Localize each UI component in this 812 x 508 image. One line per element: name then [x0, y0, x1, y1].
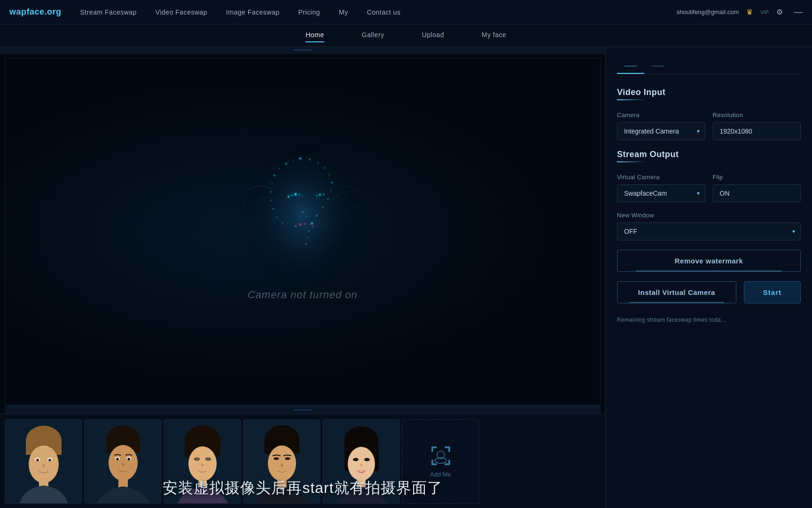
- install-start-row: Install Virtual Camera Start: [617, 281, 801, 303]
- svg-point-13: [322, 207, 323, 208]
- svg-point-78: [206, 458, 211, 460]
- logo: wapface.org: [9, 7, 62, 17]
- sub-nav-upload[interactable]: Upload: [422, 31, 444, 40]
- video-input-title: Video Input: [617, 87, 801, 100]
- svg-point-30: [316, 195, 318, 197]
- bottom-indicator: [293, 409, 312, 411]
- camera-panel: Camera not turned on: [0, 47, 605, 508]
- primary-nav: Stream Faceswap Video Faceswap Image Fac…: [80, 8, 677, 16]
- svg-point-32: [323, 194, 325, 195]
- virtual-camera-field-group: Virtual Camera SwapfaceCam ▾: [617, 174, 705, 202]
- nav-right-section: shoutifeng@gmail.com ♛ VIP ⚙ —: [677, 7, 803, 17]
- svg-point-43: [356, 206, 357, 206]
- nav-video-faceswap[interactable]: Video Faceswap: [156, 8, 207, 16]
- svg-rect-100: [431, 446, 433, 452]
- resolution-label: Resolution: [713, 111, 801, 119]
- svg-point-29: [302, 195, 303, 196]
- flip-field-group: Flip: [713, 174, 801, 202]
- svg-point-39: [309, 224, 310, 225]
- nav-pricing[interactable]: Pricing: [298, 8, 320, 16]
- top-navigation: wapface.org Stream Faceswap Video Facesw…: [0, 0, 812, 24]
- sub-nav-gallery[interactable]: Gallery: [362, 31, 384, 40]
- new-window-label: New Window: [617, 212, 801, 219]
- svg-point-56: [36, 459, 39, 461]
- svg-point-7: [318, 162, 319, 163]
- virtual-camera-select-wrapper: SwapfaceCam ▾: [617, 184, 705, 202]
- camera-view: Camera not turned on: [5, 58, 601, 405]
- plan-label: VIP: [760, 9, 769, 15]
- svg-point-44: [363, 215, 364, 216]
- svg-point-8: [324, 167, 326, 169]
- svg-point-84: [268, 445, 296, 481]
- svg-point-6: [309, 159, 311, 160]
- nav-contact[interactable]: Contact us: [367, 8, 401, 16]
- svg-point-76: [195, 458, 199, 460]
- svg-point-50: [314, 274, 315, 275]
- svg-point-68: [127, 458, 130, 460]
- svg-point-96: [364, 458, 370, 461]
- sub-nav-home[interactable]: Home: [305, 31, 324, 40]
- settings-icon[interactable]: ⚙: [776, 8, 783, 16]
- svg-rect-104: [431, 460, 433, 465]
- virtual-camera-label: Virtual Camera: [617, 174, 705, 181]
- install-virtual-camera-button[interactable]: Install Virtual Camera: [617, 281, 736, 303]
- panel-top-tabs: —— ——: [617, 58, 801, 74]
- camera-label: Camera: [617, 111, 705, 119]
- svg-point-23: [276, 216, 277, 217]
- svg-point-33: [302, 212, 304, 213]
- camera-bottom-bar: [5, 405, 601, 414]
- flip-input[interactable]: [713, 184, 801, 202]
- svg-point-35: [305, 216, 306, 217]
- camera-select[interactable]: Integrated Camera: [617, 122, 705, 140]
- svg-point-49: [290, 269, 291, 270]
- crown-icon: ♛: [746, 8, 753, 16]
- sub-nav-my-face[interactable]: My face: [482, 31, 507, 40]
- top-indicator: [293, 49, 312, 51]
- svg-point-42: [250, 213, 251, 214]
- svg-point-11: [330, 190, 331, 191]
- remove-watermark-button[interactable]: Remove watermark: [617, 250, 801, 272]
- svg-point-2: [279, 168, 280, 169]
- svg-point-86: [285, 457, 290, 460]
- nav-stream-faceswap[interactable]: Stream Faceswap: [80, 8, 137, 16]
- add-face-label: Add Me: [430, 471, 451, 478]
- svg-point-26: [291, 195, 293, 196]
- right-panel: —— —— Video Input Camera Integrated Came…: [605, 47, 812, 508]
- panel-tab-2[interactable]: ——: [644, 58, 671, 74]
- svg-point-17: [307, 237, 308, 238]
- nav-my[interactable]: My: [339, 8, 348, 16]
- svg-point-46: [347, 187, 348, 188]
- svg-point-64: [109, 445, 138, 481]
- svg-point-16: [308, 230, 310, 232]
- start-button[interactable]: Start: [744, 281, 801, 303]
- svg-rect-106: [448, 460, 450, 465]
- svg-point-58: [48, 459, 51, 461]
- subtitle-overlay: 安装虚拟摄像头后再start就有拍摄界面了: [0, 478, 605, 499]
- virtual-camera-select[interactable]: SwapfaceCam: [617, 184, 705, 202]
- svg-point-24: [282, 223, 283, 224]
- minimize-button[interactable]: —: [794, 7, 803, 17]
- svg-point-0: [242, 147, 364, 298]
- camera-resolution-row: Camera Integrated Camera ▾ Resolution: [617, 111, 801, 140]
- svg-point-27: [295, 193, 297, 196]
- camera-field-group: Camera Integrated Camera ▾: [617, 111, 705, 140]
- svg-point-3: [286, 163, 287, 165]
- stream-output-section: Stream Output: [617, 150, 801, 164]
- virtual-camera-flip-row: Virtual Camera SwapfaceCam ▾ Flip: [617, 174, 801, 202]
- camera-scan-icon: [429, 444, 452, 467]
- stream-output-title: Stream Output: [617, 150, 801, 162]
- svg-point-4: [293, 160, 294, 161]
- flip-label: Flip: [713, 174, 801, 181]
- svg-point-20: [270, 191, 272, 193]
- panel-tab-1[interactable]: ——: [617, 58, 644, 74]
- new-window-select[interactable]: OFF ON: [617, 222, 801, 240]
- svg-point-87: [281, 463, 283, 467]
- new-window-row: New Window OFF ON ▾: [617, 212, 801, 240]
- resolution-input[interactable]: [713, 122, 801, 140]
- video-input-section: Video Input: [617, 87, 801, 102]
- new-window-field-group: New Window OFF ON ▾: [617, 212, 801, 240]
- nav-image-faceswap[interactable]: Image Faceswap: [226, 8, 280, 16]
- camera-top-bar: [0, 47, 605, 54]
- svg-point-5: [299, 158, 301, 159]
- svg-point-12: [328, 198, 329, 200]
